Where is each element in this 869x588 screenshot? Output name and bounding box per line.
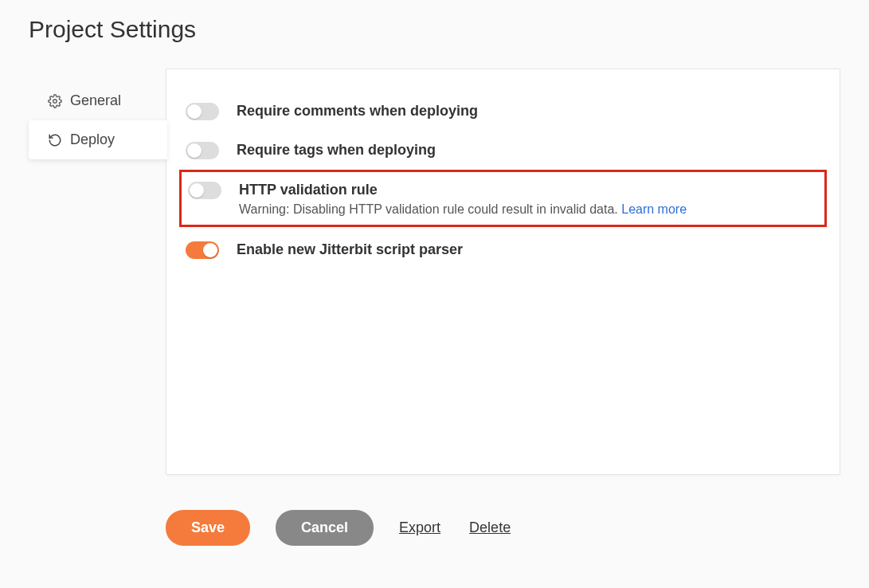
setting-desc-http-validation: Warning: Disabling HTTP validation rule … xyxy=(239,202,818,217)
main-layout: General Deploy Require comments when dep… xyxy=(29,69,840,475)
refresh-icon xyxy=(48,133,62,147)
setting-label-require-comments: Require comments when deploying xyxy=(237,101,820,121)
toggle-knob xyxy=(190,183,204,198)
page-title: Project Settings xyxy=(29,16,840,43)
svg-point-0 xyxy=(53,99,57,103)
setting-text: Require tags when deploying xyxy=(237,140,820,160)
toggle-knob xyxy=(203,243,217,257)
setting-script-parser: Enable new Jitterbit script parser xyxy=(186,230,820,269)
setting-require-tags: Require tags when deploying xyxy=(186,131,820,170)
setting-http-validation: HTTP validation rule Warning: Disabling … xyxy=(188,177,818,219)
highlighted-http-validation: HTTP validation rule Warning: Disabling … xyxy=(179,170,827,226)
learn-more-link[interactable]: Learn more xyxy=(621,202,687,216)
setting-desc-text: Warning: Disabling HTTP validation rule … xyxy=(239,202,621,216)
delete-link[interactable]: Delete xyxy=(469,519,511,536)
cancel-button[interactable]: Cancel xyxy=(276,510,374,546)
setting-text: Enable new Jitterbit script parser xyxy=(237,240,820,260)
setting-label-script-parser: Enable new Jitterbit script parser xyxy=(237,240,820,260)
export-link[interactable]: Export xyxy=(399,519,440,536)
toggle-knob xyxy=(187,143,202,158)
toggle-knob xyxy=(187,104,202,119)
setting-label-http-validation: HTTP validation rule xyxy=(239,180,818,200)
setting-text: Require comments when deploying xyxy=(237,101,820,121)
setting-label-require-tags: Require tags when deploying xyxy=(237,140,820,160)
gear-icon xyxy=(48,94,62,108)
tab-general-label: General xyxy=(70,92,121,109)
save-button[interactable]: Save xyxy=(166,510,250,546)
content-panel: Require comments when deploying Require … xyxy=(166,69,840,475)
sidebar: General Deploy xyxy=(29,69,166,159)
toggle-http-validation[interactable] xyxy=(188,182,221,199)
setting-text: HTTP validation rule Warning: Disabling … xyxy=(239,180,818,216)
toggle-require-tags[interactable] xyxy=(186,142,219,159)
tab-general[interactable]: General xyxy=(29,81,166,120)
tab-deploy-label: Deploy xyxy=(70,131,115,148)
toggle-script-parser[interactable] xyxy=(186,241,219,259)
toggle-require-comments[interactable] xyxy=(186,103,219,120)
setting-require-comments: Require comments when deploying xyxy=(186,92,820,131)
action-bar: Save Cancel Export Delete xyxy=(166,510,840,546)
tab-deploy[interactable]: Deploy xyxy=(29,120,167,159)
